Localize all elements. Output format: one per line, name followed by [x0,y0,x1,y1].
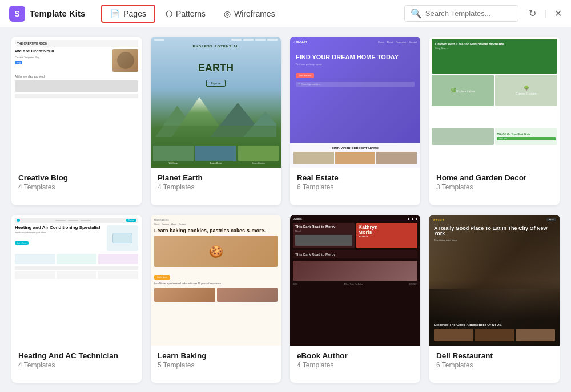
card-title: Deli Restaurant [436,351,553,360]
preview-content: A Really Good Place To Eat In The City O… [434,226,555,244]
card-title: Real Estate [297,173,413,182]
preview-btn: Get a Quote [15,241,29,245]
preview-footer-bio: BLOG [293,283,297,285]
card-heating[interactable]: Contact Heating and Air Conditioning Spe… [11,215,142,383]
card-subtitle: 6 Templates [297,183,413,191]
preview-hero-text: Learn baking cookies, pastries cakes & m… [154,228,278,234]
preview-search: 🔍 Search properties... [296,82,415,87]
card-info-ebook: eBook Author 4 Templates [290,346,420,376]
close-button[interactable]: ✕ [554,8,562,19]
card-title: Learn Baking [158,351,274,360]
card-info-home-garden: Home and Garden Decor 3 Templates [429,168,560,198]
preview-logo: THE CREATIVE ROOM [17,42,47,45]
card-subtitle: 6 Templates [436,361,553,369]
preview-author-last: Moris [359,230,416,235]
preview-img3 [432,128,494,145]
card-title: Heating And AC Technician [18,351,135,360]
preview-stars: ★★★★★ [433,218,444,221]
card-planet-earth[interactable]: ENDLESS POTENTIAL EARTH Explore [151,37,281,205]
preview-hg-title: Crafted with Care for Memorable Moments. [435,42,554,46]
preview-person [15,80,138,92]
card-preview-heating: Contact Heating and Air Conditioning Spe… [11,215,142,346]
card-home-garden[interactable]: Crafted with Care for Memorable Moments.… [429,37,560,205]
card-title: Planet Earth [158,173,274,182]
pages-icon: 📄 [110,9,120,18]
tab-patterns[interactable]: ⬡ Patterns [158,6,214,22]
preview-hero: Heating and Air Conditioning Specialist … [15,225,138,251]
preview-content: FIND YOUR DREAM HOME TODAY Find your per… [296,54,415,91]
svg-rect-4 [155,126,276,137]
card-deli[interactable]: ★★★★★ MENU A Really Good Place To Eat In… [429,215,560,383]
preview-hero: This Dark Road to Mercy Novel Kathryn Mo… [293,223,417,249]
preview-sale-text: 30% Off On Your First Order [497,133,556,136]
tab-wireframes[interactable]: ◎ Wireframes [216,6,283,22]
search-icon: 🔍 [411,8,422,19]
card-title: Creative Blog [18,173,135,182]
card-info-deli: Deli Restaurant 6 Templates [429,346,560,376]
template-grid: THE CREATIVE ROOM We are Creative80 Crea… [0,27,571,392]
card-preview-baking: BakingBliss Home Recipes About Contact L… [151,215,281,346]
card-subtitle: 4 Templates [297,361,413,369]
preview-baking-image: 🍪 [154,236,278,267]
preview-btn: Explore [206,80,226,87]
card-real-estate[interactable]: ⌂ REALTY Home About Properties Contact F… [290,37,420,205]
card-title: Home and Garden Decor [436,173,553,182]
preview-cta: Get Started [296,73,314,78]
preview-lower-title: FIND YOUR PERFECT HOME [293,147,417,150]
preview-bottom: Discover The Good Atmosphere Of NYUS. [434,323,555,341]
card-info-baking: Learn Baking 5 Templates [151,346,281,376]
wireframes-icon: ◎ [224,9,231,18]
preview-nav: UMBRIS [293,217,417,220]
preview-img1: 🌿 Explore Indoor [432,75,494,106]
preview-hero-image [112,49,138,72]
preview-bottom: This Dark Road to Mercy [293,250,417,258]
preview-nav: Contact [15,218,138,223]
tab-wireframes-label: Wireframes [234,9,275,18]
nav-tabs: 📄 Pages ⬡ Patterns ◎ Wireframes [101,5,400,23]
card-baking[interactable]: BakingBliss Home Recipes About Contact L… [151,215,281,383]
tab-patterns-label: Patterns [176,9,206,18]
preview-dark-title: This Dark Road to Mercy [295,225,352,229]
card-preview-planet-earth: ENDLESS POTENTIAL EARTH Explore [151,37,281,168]
preview-btn: Learn More [154,275,170,280]
preview-nav [151,39,281,41]
preview-bottom [15,254,138,264]
card-creative-blog[interactable]: THE CREATIVE ROOM We are Creative80 Crea… [11,37,142,205]
refresh-button[interactable]: ↻ [529,8,536,19]
card-info-planet-earth: Planet Earth 4 Templates [151,168,281,198]
preview-discover: Discover The Good Atmosphere Of NYUS. [434,323,555,327]
card-preview-home-garden: Crafted with Care for Memorable Moments.… [429,37,560,168]
preview-footer: BLOG A Word From The Author CONTACT [293,283,417,285]
search-bar[interactable]: 🔍 [404,5,518,22]
preview-bottom: All the new data you need [15,75,138,78]
preview-hg-main: Crafted with Care for Memorable Moments.… [432,39,557,74]
tab-pages[interactable]: 📄 Pages [101,5,155,23]
preview-repeat: This Dark Road to Mercy [295,253,415,256]
preview-sub: Fine dining experience [434,239,555,241]
card-info-creative-blog: Creative Blog 4 Templates [11,168,142,198]
preview-hero-sub: Find your perfect property [296,63,415,66]
preview-title: EARTH [198,63,234,73]
card-preview-deli: ★★★★★ MENU A Really Good Place To Eat In… [429,215,560,346]
preview-badge: MENU [546,218,556,221]
search-input[interactable] [425,9,512,18]
card-info-heating: Heating And AC Technician 4 Templates [11,346,142,376]
card-preview-real-estate: ⌂ REALTY Home About Properties Contact F… [290,37,420,168]
tab-pages-label: Pages [123,9,146,18]
card-subtitle: 4 Templates [18,361,135,369]
preview-thumbnails: Web Design Graphic Design Content Creati… [153,146,279,164]
card-ebook[interactable]: UMBRIS This Dark Road to Mercy Novel Kat… [290,215,420,383]
preview-title: Heating and Air Conditioning Specialist [15,225,104,231]
card-preview-ebook: UMBRIS This Dark Road to Mercy Novel Kat… [290,215,420,346]
card-subtitle: 3 Templates [436,183,553,191]
card-title: eBook Author [297,351,413,360]
preview-hg-sub: Shop Now → [435,47,554,50]
preview-logo: BakingBliss [154,218,278,221]
preview-footer-chapter: A Word From The Author [344,283,363,285]
card-info-real-estate: Real Estate 6 Templates [290,168,420,198]
preview-sub: Professional service for your home [15,232,104,234]
preview-title: A Really Good Place To Eat In The City O… [434,226,555,237]
header-actions: ↻ | ✕ [529,8,562,19]
preview-subtitle: ENDLESS POTENTIAL [192,45,239,48]
preview-hero-title: FIND YOUR DREAM HOME TODAY [296,54,415,60]
